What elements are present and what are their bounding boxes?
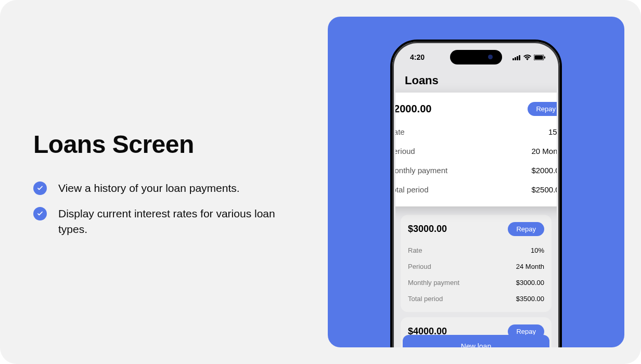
bullet-text: View a history of your loan payments. xyxy=(58,180,240,196)
screen-title: Loans xyxy=(395,70,557,93)
loan-list[interactable]: $2000.00 Repay Rate15% Perioud20 Month M… xyxy=(395,93,557,347)
loan-row-label: Perioud xyxy=(395,147,415,155)
phone-backdrop: 4:20 Loans $2000.00 Repay xyxy=(328,17,624,347)
loan-row-label: Monthly payment xyxy=(395,166,447,175)
loan-row-value: $3500.00 xyxy=(516,295,544,303)
check-icon xyxy=(33,207,47,220)
loan-amount: $3000.00 xyxy=(408,224,447,235)
loan-row-label: Monthly payment xyxy=(408,279,459,287)
loan-card[interactable]: $2000.00 Repay Rate15% Perioud20 Month M… xyxy=(395,93,557,206)
svg-rect-3 xyxy=(519,55,520,60)
page-title: Loans Screen xyxy=(33,130,328,159)
loan-row-value: 15% xyxy=(548,127,557,136)
loan-row-value: $2000.00 xyxy=(531,166,557,175)
loan-row-value: 24 Month xyxy=(516,263,544,270)
status-indicators xyxy=(512,55,545,60)
loan-row-value: $2500.00 xyxy=(531,185,557,194)
svg-rect-1 xyxy=(515,57,516,60)
repay-button[interactable]: Repay xyxy=(528,102,557,116)
status-time: 4:20 xyxy=(410,53,425,61)
new-loan-button[interactable]: New loan xyxy=(403,335,549,347)
loan-row-value: $3000.00 xyxy=(516,279,544,287)
loan-amount: $2000.00 xyxy=(395,103,431,115)
bullet-text: Display current interest rates for vario… xyxy=(58,206,304,237)
repay-button[interactable]: Repay xyxy=(508,222,544,236)
battery-icon xyxy=(534,55,545,60)
loan-row-label: Total period xyxy=(408,295,443,303)
check-icon xyxy=(33,181,47,195)
bullet-item: Display current interest rates for vario… xyxy=(33,206,304,237)
left-column: Loans Screen View a history of your loan… xyxy=(0,0,328,364)
phone-screen: 4:20 Loans $2000.00 Repay xyxy=(395,45,557,347)
loan-card[interactable]: $3000.00 Repay Rate10% Perioud24 Month M… xyxy=(401,215,552,312)
loan-row-value: 20 Month xyxy=(531,147,557,155)
dynamic-island xyxy=(450,50,502,64)
phone-frame: 4:20 Loans $2000.00 Repay xyxy=(390,40,562,347)
loan-row-label: Rate xyxy=(408,246,422,254)
bullet-item: View a history of your loan payments. xyxy=(33,180,304,196)
loan-row-label: Rate xyxy=(395,127,405,136)
svg-rect-5 xyxy=(535,55,543,59)
svg-rect-0 xyxy=(512,58,514,60)
svg-rect-2 xyxy=(517,56,518,60)
signal-icon xyxy=(512,55,521,60)
wifi-icon xyxy=(523,55,531,60)
loan-row-label: Perioud xyxy=(408,263,431,270)
loan-row-label: Total period xyxy=(395,185,429,194)
presentation-card: Loans Screen View a history of your loan… xyxy=(0,0,641,364)
svg-rect-6 xyxy=(544,56,545,58)
bullet-list: View a history of your loan payments. Di… xyxy=(33,180,328,237)
loan-row-value: 10% xyxy=(531,246,544,254)
